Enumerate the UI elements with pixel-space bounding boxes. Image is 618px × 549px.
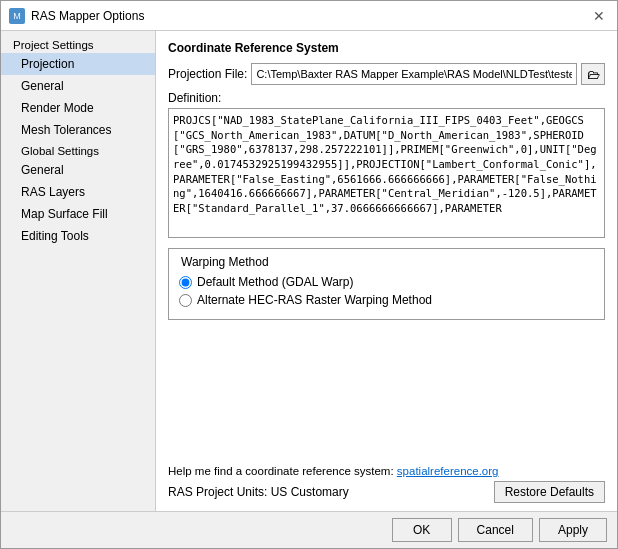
spacer (168, 330, 605, 465)
app-icon: M (9, 8, 25, 24)
apply-button[interactable]: Apply (539, 518, 607, 542)
close-button[interactable]: ✕ (589, 9, 609, 23)
warping-label-alternate: Alternate HEC-RAS Raster Warping Method (197, 293, 432, 307)
warping-label-default: Default Method (GDAL Warp) (197, 275, 354, 289)
title-bar-left: M RAS Mapper Options (9, 8, 144, 24)
sidebar-item-map-surface-fill[interactable]: Map Surface Fill (1, 203, 155, 225)
restore-defaults-button[interactable]: Restore Defaults (494, 481, 605, 503)
warping-option-default: Default Method (GDAL Warp) (179, 275, 594, 289)
main-window: M RAS Mapper Options ✕ Project Settings … (0, 0, 618, 549)
projection-file-row: Projection File: 🗁 (168, 63, 605, 85)
ok-button[interactable]: OK (392, 518, 452, 542)
definition-label: Definition: (168, 91, 605, 105)
sidebar-item-editing-tools[interactable]: Editing Tools (1, 225, 155, 247)
content-area: Coordinate Reference System Projection F… (156, 31, 617, 511)
warping-legend: Warping Method (179, 255, 594, 269)
sidebar-item-ras-layers[interactable]: RAS Layers (1, 181, 155, 203)
global-settings-header: Global Settings (1, 141, 155, 159)
warping-radio-default[interactable] (179, 276, 192, 289)
definition-box: PROJCS["NAD_1983_StatePlane_California_I… (168, 108, 605, 238)
sidebar-item-general-bottom[interactable]: General (1, 159, 155, 181)
units-row: RAS Project Units: US Customary Restore … (168, 481, 605, 503)
browse-button[interactable]: 🗁 (581, 63, 605, 85)
sidebar-item-mesh-tolerances[interactable]: Mesh Tolerances (1, 119, 155, 141)
warping-option-alternate: Alternate HEC-RAS Raster Warping Method (179, 293, 594, 307)
cancel-button[interactable]: Cancel (458, 518, 533, 542)
projection-input[interactable] (251, 63, 577, 85)
sidebar: Project Settings Projection General Rend… (1, 31, 156, 511)
warping-radio-alternate[interactable] (179, 294, 192, 307)
section-title: Coordinate Reference System (168, 41, 605, 55)
title-bar: M RAS Mapper Options ✕ (1, 1, 617, 31)
projection-label: Projection File: (168, 67, 247, 81)
warping-group: Warping Method Default Method (GDAL Warp… (168, 248, 605, 320)
sidebar-item-general-top[interactable]: General (1, 75, 155, 97)
window-title: RAS Mapper Options (31, 9, 144, 23)
main-content: Project Settings Projection General Rend… (1, 31, 617, 511)
bottom-bar: OK Cancel Apply (1, 511, 617, 548)
help-row: Help me find a coordinate reference syst… (168, 465, 605, 477)
sidebar-item-projection[interactable]: Projection (1, 53, 155, 75)
units-label: RAS Project Units: US Customary (168, 485, 349, 499)
project-settings-header: Project Settings (1, 35, 155, 53)
help-text: Help me find a coordinate reference syst… (168, 465, 394, 477)
sidebar-item-render-mode[interactable]: Render Mode (1, 97, 155, 119)
help-link[interactable]: spatialreference.org (397, 465, 499, 477)
